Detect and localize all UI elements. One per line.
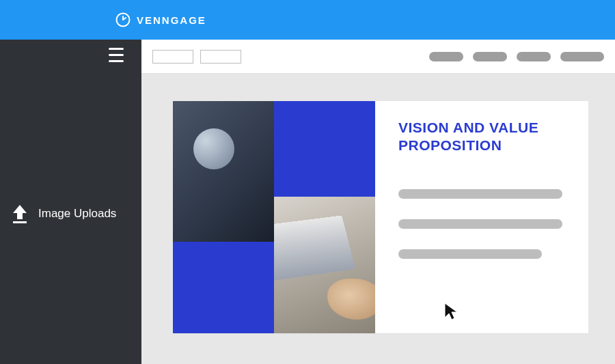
toolbar-action-0[interactable] — [429, 52, 463, 61]
svg-rect-1 — [13, 221, 27, 223]
slide-title[interactable]: VISION AND VALUE PROPOSITION — [398, 119, 569, 155]
sidebar-item-label: Image Uploads — [38, 207, 116, 221]
hamburger-menu-icon[interactable] — [109, 44, 129, 65]
toolbar-action-3[interactable] — [560, 52, 604, 61]
slide-block-bottom-left[interactable] — [173, 242, 274, 333]
brand-logo[interactable]: VENNGAGE — [115, 12, 206, 28]
toolbar-dropdown-1[interactable] — [200, 50, 241, 64]
toolbar-action-1[interactable] — [473, 52, 507, 61]
slide-body-placeholder[interactable] — [398, 189, 569, 259]
editor-toolbar — [141, 40, 615, 74]
image-grid — [173, 101, 375, 333]
slide-image-bottom-right[interactable] — [274, 197, 375, 333]
slide-image-top-left[interactable] — [173, 101, 274, 242]
toolbar-action-2[interactable] — [517, 52, 551, 61]
brand-name: VENNGAGE — [137, 14, 206, 26]
main-area: VISION AND VALUE PROPOSITION — [141, 40, 615, 364]
slide-text-area: VISION AND VALUE PROPOSITION — [398, 119, 569, 259]
app-root: VENNGAGE Image Uploads — [0, 0, 615, 364]
slide-body-line-2 — [398, 249, 542, 259]
slide-body-line-0 — [398, 189, 562, 199]
upload-icon — [11, 204, 29, 224]
sidebar: Image Uploads — [0, 40, 141, 364]
sidebar-item-image-uploads[interactable]: Image Uploads — [11, 204, 116, 224]
toolbar-dropdown-0[interactable] — [152, 50, 193, 64]
cursor-icon — [443, 302, 459, 321]
canvas[interactable]: VISION AND VALUE PROPOSITION — [141, 74, 615, 364]
clock-icon — [115, 12, 131, 28]
slide-body-line-1 — [398, 219, 562, 229]
slide-block-top-right[interactable] — [274, 101, 375, 197]
top-bar: VENNGAGE — [0, 0, 615, 40]
slide[interactable]: VISION AND VALUE PROPOSITION — [173, 101, 588, 333]
app-body: Image Uploads VISION AND VA — [0, 40, 615, 364]
